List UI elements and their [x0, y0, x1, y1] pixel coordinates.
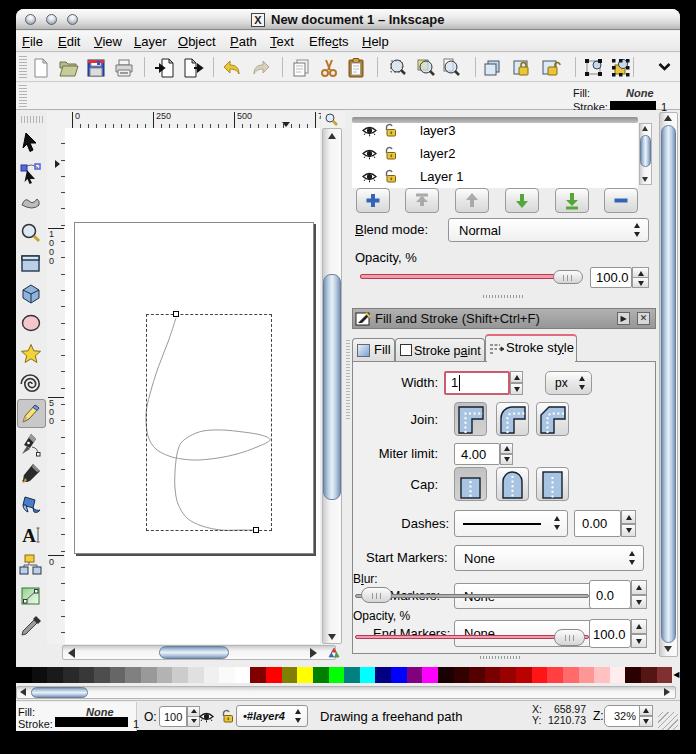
- svg-text:A: A: [22, 525, 36, 546]
